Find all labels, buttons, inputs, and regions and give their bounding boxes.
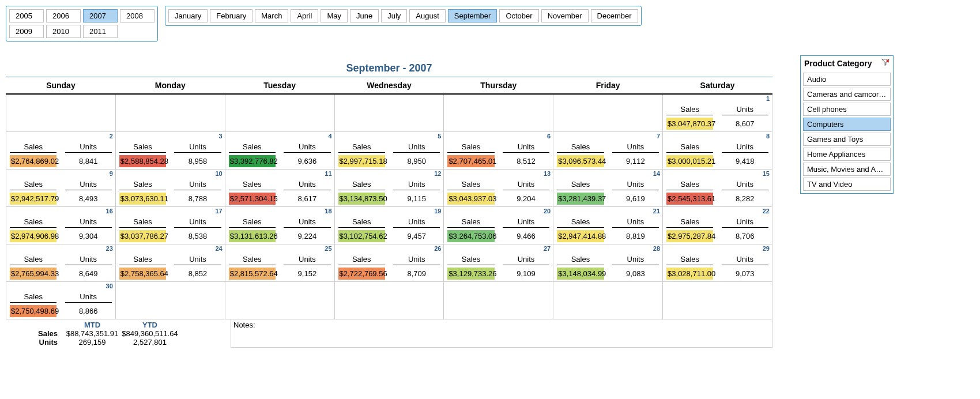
day-number: 3 <box>219 133 223 140</box>
units-value: 9,112 <box>612 155 659 167</box>
year-option-2007[interactable]: 2007 <box>83 9 118 22</box>
day-number: 15 <box>763 170 770 177</box>
units-label: Units <box>393 180 440 190</box>
notes-box[interactable]: Notes: <box>231 319 772 348</box>
month-option-june[interactable]: June <box>350 9 379 22</box>
units-label: Units <box>65 180 112 190</box>
category-option[interactable]: Computers <box>803 118 891 131</box>
day-number: 24 <box>215 245 222 252</box>
category-option[interactable]: Games and Toys <box>803 133 891 146</box>
year-option-2005[interactable]: 2005 <box>9 9 44 22</box>
units-label: Units <box>503 217 549 228</box>
sales-label: Sales <box>229 142 276 153</box>
day-number: 4 <box>328 133 331 140</box>
day-cell: 13Sales$3,043,937.03Units9,204 <box>444 170 553 207</box>
summary-mtd-sales: $88,743,351.91 <box>63 329 121 338</box>
category-option[interactable]: Cameras and camcorders <box>803 88 891 101</box>
sales-label: Sales <box>119 142 166 153</box>
sales-label: Sales <box>229 217 276 228</box>
day-number: 13 <box>544 170 551 177</box>
day-cell <box>225 282 334 319</box>
sales-label: Sales <box>447 217 494 228</box>
category-option[interactable]: Cell phones <box>803 103 891 116</box>
year-option-2009[interactable]: 2009 <box>9 25 44 38</box>
sales-label: Sales <box>666 105 713 115</box>
sales-value: $3,047,870.37 <box>666 118 713 130</box>
units-label: Units <box>174 180 221 190</box>
month-option-october[interactable]: October <box>499 9 538 22</box>
sales-label: Sales <box>666 180 713 190</box>
sales-value: $3,129,733.26 <box>447 268 494 280</box>
year-option-2006[interactable]: 2006 <box>46 9 81 22</box>
category-option[interactable]: Home Appliances <box>803 148 891 161</box>
units-label: Units <box>503 255 549 265</box>
sales-value: $3,028,711.00 <box>666 268 713 280</box>
units-value: 9,619 <box>612 193 659 205</box>
units-label: Units <box>65 142 112 153</box>
month-option-december[interactable]: December <box>591 9 638 22</box>
units-label: Units <box>393 142 440 153</box>
units-label: Units <box>393 255 440 265</box>
units-label: Units <box>174 217 221 228</box>
units-value: 8,649 <box>65 268 112 280</box>
day-number: 5 <box>438 133 441 140</box>
units-value: 9,304 <box>65 230 112 242</box>
units-value: 8,512 <box>503 155 549 167</box>
day-cell <box>225 94 334 132</box>
month-option-april[interactable]: April <box>291 9 318 22</box>
units-value: 9,457 <box>393 230 440 242</box>
sales-value: $2,707,465.01 <box>447 155 494 167</box>
sales-value: $3,148,034.99 <box>557 268 604 280</box>
units-value: 8,706 <box>722 230 768 242</box>
units-label: Units <box>503 142 549 153</box>
notes-label: Notes: <box>233 321 255 329</box>
sales-value: $2,588,854.28 <box>119 155 166 167</box>
year-slicer: 2005200620072008200920102011 <box>6 6 158 42</box>
month-option-august[interactable]: August <box>409 9 445 22</box>
sales-label: Sales <box>119 217 166 228</box>
day-number: 14 <box>653 170 660 177</box>
day-number: 19 <box>434 208 441 214</box>
sales-label: Sales <box>229 180 276 190</box>
day-number: 26 <box>434 245 441 252</box>
units-value: 8,709 <box>393 268 440 280</box>
month-option-july[interactable]: July <box>381 9 407 22</box>
month-option-may[interactable]: May <box>321 9 348 22</box>
month-option-november[interactable]: November <box>541 9 589 22</box>
sales-label: Sales <box>10 292 56 303</box>
units-value: 8,788 <box>174 193 221 205</box>
month-option-march[interactable]: March <box>255 9 288 22</box>
sales-value: $2,815,572.64 <box>229 268 276 280</box>
year-option-2008[interactable]: 2008 <box>120 9 154 22</box>
day-cell <box>6 94 116 132</box>
units-value: 8,852 <box>174 268 221 280</box>
day-cell <box>553 94 663 132</box>
sales-value: $3,102,754.62 <box>338 230 385 242</box>
units-label: Units <box>612 142 659 153</box>
units-value: 8,958 <box>174 155 221 167</box>
sales-value: $2,722,769.56 <box>338 268 385 280</box>
day-cell: 18Sales$3,131,613.26Units9,224 <box>225 207 334 244</box>
category-option[interactable]: Audio <box>803 73 891 86</box>
month-option-january[interactable]: January <box>168 9 208 22</box>
day-cell: 2Sales$2,764,869.02Units8,841 <box>6 132 116 170</box>
day-cell: 1Sales$3,047,870.37Units8,607 <box>663 94 772 132</box>
day-number: 20 <box>544 208 551 214</box>
weekday-header: Tuesday <box>225 81 334 94</box>
ytd-header: YTD <box>121 321 179 329</box>
category-option[interactable]: TV and Video <box>803 178 891 191</box>
clear-filter-icon[interactable] <box>881 58 889 68</box>
year-option-2010[interactable]: 2010 <box>46 25 81 38</box>
month-option-september[interactable]: September <box>448 9 497 22</box>
day-number: 17 <box>215 208 222 214</box>
day-cell <box>334 282 444 319</box>
summary-sales-label: Sales <box>6 329 63 338</box>
sales-label: Sales <box>557 217 604 228</box>
sales-label: Sales <box>119 255 166 265</box>
sales-value: $2,765,994.33 <box>10 268 56 280</box>
day-cell <box>444 94 553 132</box>
sales-label: Sales <box>229 255 276 265</box>
year-option-2011[interactable]: 2011 <box>83 25 118 38</box>
category-option[interactable]: Music, Movies and Aud... <box>803 163 891 176</box>
month-option-february[interactable]: February <box>210 9 252 22</box>
